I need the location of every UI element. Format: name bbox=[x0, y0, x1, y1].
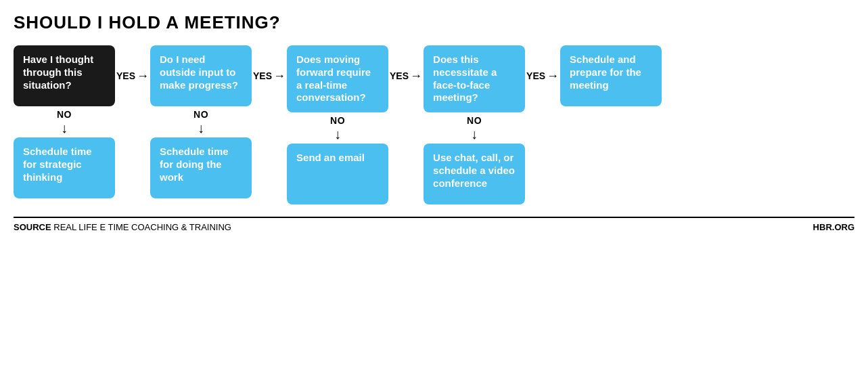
no-connector-3: NO ↓ bbox=[330, 115, 345, 141]
col-3: Does moving forward require a real-time … bbox=[287, 45, 388, 204]
no-connector-4: NO ↓ bbox=[467, 115, 482, 141]
yes-arrow-sym-2: → bbox=[273, 69, 285, 83]
yes-arrow-sym-3: → bbox=[410, 69, 422, 83]
yes-arrow-4: YES → bbox=[526, 69, 559, 83]
source-label: SOURCE bbox=[14, 222, 51, 232]
yes-arrow-sym-1: → bbox=[137, 69, 149, 83]
no-label-1: NO bbox=[57, 109, 72, 120]
hbr-label: HBR.ORG bbox=[813, 222, 854, 232]
no-connector-1: NO ↓ bbox=[57, 109, 72, 135]
yes-arrow-3: YES → bbox=[390, 69, 422, 83]
page-title: SHOULD I HOLD A MEETING? bbox=[14, 12, 854, 33]
down-arrow-4: ↓ bbox=[471, 127, 478, 141]
source-text: SOURCE REAL LIFE E TIME COACHING & TRAIN… bbox=[14, 222, 231, 232]
yes-connector-2-3: YES → bbox=[252, 45, 287, 106]
answer-final: Schedule and prepare for the meeting bbox=[560, 45, 662, 106]
yes-label-2: YES bbox=[253, 70, 272, 81]
down-arrow-1: ↓ bbox=[61, 121, 68, 135]
page-wrapper: SHOULD I HOLD A MEETING? Have I thought … bbox=[14, 12, 854, 232]
yes-arrow-2: YES → bbox=[253, 69, 285, 83]
yes-connector-1-2: YES → bbox=[115, 45, 150, 106]
question-2: Do I need outside input to make progress… bbox=[150, 45, 252, 106]
no-connector-2: NO ↓ bbox=[193, 109, 208, 135]
col-2: Do I need outside input to make progress… bbox=[150, 45, 252, 198]
yes-label-4: YES bbox=[526, 70, 545, 81]
yes-label-3: YES bbox=[390, 70, 409, 81]
answer-3: Send an email bbox=[287, 144, 388, 204]
down-arrow-3: ↓ bbox=[334, 127, 341, 141]
col-4: Does this necessitate a face-to-face mee… bbox=[424, 45, 525, 204]
source-body: REAL LIFE E TIME COACHING & TRAINING bbox=[53, 222, 231, 232]
source-bar: SOURCE REAL LIFE E TIME COACHING & TRAIN… bbox=[14, 217, 854, 232]
yes-arrow-sym-4: → bbox=[547, 69, 559, 83]
yes-arrow-1: YES → bbox=[116, 69, 149, 83]
col-1: Have I thought through this situation? N… bbox=[14, 45, 115, 198]
col-5: Schedule and prepare for the meeting bbox=[560, 45, 662, 106]
answer-4: Use chat, call, or schedule a video conf… bbox=[424, 144, 525, 204]
answer-1: Schedule time for strategic thinking bbox=[14, 137, 115, 198]
answer-2: Schedule time for doing the work bbox=[150, 137, 252, 198]
flowchart: Have I thought through this situation? N… bbox=[14, 45, 854, 204]
yes-connector-4-5: YES → bbox=[525, 45, 560, 106]
no-label-3: NO bbox=[330, 115, 345, 126]
no-label-4: NO bbox=[467, 115, 482, 126]
question-4: Does this necessitate a face-to-face mee… bbox=[424, 45, 525, 112]
yes-connector-3-4: YES → bbox=[388, 45, 424, 106]
question-3: Does moving forward require a real-time … bbox=[287, 45, 388, 112]
no-label-2: NO bbox=[193, 109, 208, 120]
down-arrow-2: ↓ bbox=[198, 121, 204, 135]
question-1: Have I thought through this situation? bbox=[14, 45, 115, 106]
yes-label-1: YES bbox=[116, 70, 135, 81]
